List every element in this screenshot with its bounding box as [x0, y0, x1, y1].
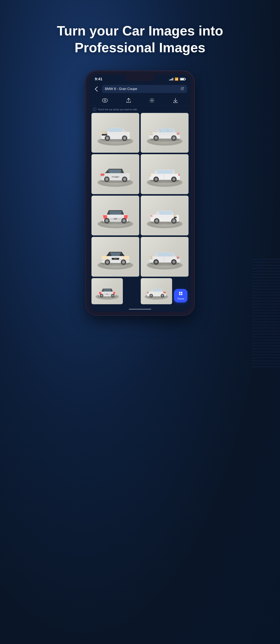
battery-icon — [180, 78, 185, 80]
svg-rect-51 — [110, 220, 120, 221]
info-hint: i Touch the car photo you want to edit. — [89, 106, 191, 113]
settings-button[interactable] — [149, 98, 154, 103]
svg-rect-112 — [181, 292, 182, 293]
svg-rect-12 — [104, 134, 106, 135]
home-indicator — [89, 306, 191, 312]
svg-rect-94 — [106, 294, 108, 294]
svg-point-72 — [114, 258, 117, 259]
home-bar — [129, 309, 151, 310]
svg-point-87 — [155, 261, 157, 263]
svg-rect-40 — [149, 174, 151, 176]
download-button[interactable] — [173, 98, 178, 103]
svg-rect-18 — [150, 133, 152, 134]
svg-point-2 — [151, 100, 153, 101]
svg-rect-17 — [177, 133, 180, 134]
svg-point-46 — [173, 179, 174, 180]
svg-rect-83 — [149, 257, 152, 258]
car-cell-2[interactable] — [141, 113, 188, 153]
svg-point-56 — [106, 220, 108, 222]
car-cell-6[interactable] — [141, 196, 188, 236]
svg-rect-63 — [150, 215, 152, 216]
car-cell-5[interactable] — [92, 196, 139, 236]
back-button[interactable] — [93, 86, 100, 92]
headline-line1: Turn your Car Images into — [57, 23, 223, 38]
svg-point-35 — [124, 179, 125, 180]
svg-point-43 — [155, 179, 157, 180]
svg-rect-103 — [163, 292, 166, 293]
app-toolbar — [89, 95, 191, 106]
svg-point-69 — [173, 220, 174, 222]
car-cell-3[interactable] — [92, 154, 139, 194]
theme-fab[interactable]: Theme — [174, 289, 188, 302]
info-icon: i — [93, 108, 96, 111]
svg-point-24 — [173, 137, 174, 139]
title-field[interactable]: BMW 8 - Gran Coupe — [102, 85, 187, 93]
headline-line2: Professional Images — [75, 40, 205, 55]
svg-point-100 — [112, 295, 113, 296]
svg-point-97 — [101, 295, 102, 296]
svg-point-11 — [124, 138, 125, 139]
car-grid: Theme — [89, 113, 191, 306]
svg-rect-62 — [174, 216, 176, 218]
svg-point-77 — [106, 261, 108, 263]
svg-point-1 — [104, 100, 106, 101]
signal-icon — [169, 78, 173, 80]
svg-rect-104 — [147, 292, 148, 293]
svg-point-110 — [162, 295, 163, 296]
svg-rect-84 — [177, 257, 179, 258]
svg-point-32 — [106, 179, 108, 180]
svg-rect-114 — [181, 294, 182, 295]
svg-rect-36 — [105, 176, 108, 177]
headline: Turn your Car Images into Professional I… — [57, 22, 223, 56]
svg-rect-111 — [179, 292, 180, 293]
svg-rect-27 — [100, 174, 104, 176]
phone-notch — [125, 74, 155, 81]
svg-rect-50 — [114, 218, 117, 219]
svg-rect-29 — [115, 177, 118, 178]
edit-icon — [181, 87, 184, 91]
svg-point-66 — [156, 220, 157, 222]
car-cell-7[interactable] — [92, 237, 139, 277]
status-icons: 📶 — [169, 77, 185, 81]
phone-inner: 9:41 📶 BMW 8 — [89, 74, 191, 312]
theme-fab-label: Theme — [177, 298, 184, 300]
svg-rect-113 — [179, 294, 180, 295]
car-title: BMW 8 - Gran Coupe — [105, 87, 137, 91]
svg-point-21 — [155, 137, 157, 139]
svg-rect-39 — [178, 174, 180, 176]
theme-fab-icon — [178, 291, 183, 297]
status-time: 9:41 — [95, 77, 102, 81]
car-cell-9[interactable] — [92, 278, 123, 304]
car-cell-8[interactable] — [141, 237, 188, 277]
car-cell-1[interactable] — [92, 113, 139, 153]
wifi-icon: 📶 — [175, 77, 178, 81]
car-cell-10[interactable] — [141, 278, 172, 304]
svg-point-80 — [123, 261, 124, 263]
view-button[interactable] — [102, 98, 108, 102]
svg-point-90 — [173, 261, 174, 263]
hint-text: Touch the car photo you want to edit. — [98, 108, 138, 111]
share-button[interactable] — [126, 98, 131, 103]
svg-point-59 — [123, 220, 125, 222]
svg-point-107 — [151, 295, 152, 296]
svg-point-0 — [102, 98, 108, 102]
phone-frame: 9:41 📶 BMW 8 — [86, 71, 194, 315]
app-header: BMW 8 - Gran Coupe — [89, 83, 191, 95]
car-cell-4[interactable] — [141, 154, 188, 194]
svg-point-8 — [106, 138, 108, 139]
